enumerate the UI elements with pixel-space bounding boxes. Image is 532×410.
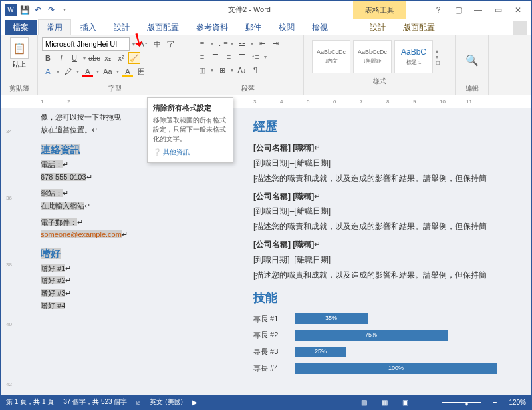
help-icon[interactable]: ? (429, 3, 448, 17)
phone-value: 678-555-0103 (41, 173, 86, 181)
char-shading-icon[interactable]: A (122, 65, 134, 77)
ribbon-collapse-icon[interactable]: ▢ (449, 3, 467, 17)
styles-gallery[interactable]: AaBbCcDc↓內文 AaBbCcDc↓無間距 AaBbC標題 1 ▴▾⊟ (308, 37, 451, 76)
style-normal[interactable]: AaBbCcDc↓內文 (312, 40, 350, 73)
char-border-icon[interactable]: 囲 (135, 65, 147, 77)
minimize-icon[interactable]: — (469, 3, 487, 17)
highlight-icon[interactable]: 🖍 (62, 65, 74, 77)
qat-dropdown-icon[interactable]: ▾ (59, 5, 70, 15)
paste-button[interactable]: 貼上 (13, 60, 26, 69)
decrease-indent-icon[interactable]: ⇤ (256, 37, 268, 49)
contact-heading: 連絡資訊 (41, 144, 80, 155)
paste-icon[interactable]: 📋 (10, 37, 29, 59)
email-label: 電子郵件： (41, 218, 77, 226)
tab-review[interactable]: 校閱 (271, 20, 303, 35)
justify-icon[interactable]: ☰ (236, 51, 248, 63)
tooltip-more-link[interactable]: ❔ 其他資訊 (153, 148, 227, 157)
quick-access-toolbar: W 💾 ↶ ↷ ▾ (1, 4, 70, 16)
tab-home[interactable]: 常用 (38, 19, 71, 35)
maximize-icon[interactable]: ▭ (489, 3, 507, 17)
document-area[interactable]: 34 36 38 40 42 像，您可以按一下並拖曳 放在適當位置。↵ 連絡資訊… (1, 108, 531, 395)
status-words[interactable]: 37 個字，共 523 個字 (63, 397, 127, 407)
tab-file[interactable]: 檔案 (5, 20, 37, 35)
line-spacing-icon[interactable]: ↕≡ (249, 51, 261, 63)
strike-button[interactable]: abc (88, 52, 100, 64)
group-editing: 編輯 (460, 83, 484, 93)
view-print-icon[interactable]: ▦ (379, 399, 390, 406)
group-styles: 樣式 (308, 76, 451, 86)
tooltip-body: 移除選取範圍的所有格式設定，只留下一般未格式化的文字。 (153, 116, 227, 144)
bullets-icon[interactable]: ≡ (196, 37, 208, 49)
skill-row-1: 專長 #135% (253, 312, 526, 326)
font-name-box[interactable]: Microsoft JhengHei UI (42, 37, 130, 51)
phone-label: 電話： (41, 160, 63, 168)
hobby-3: 嗜好 #3 (41, 289, 65, 297)
italic-button[interactable]: I (55, 52, 67, 64)
hobby-2: 嗜好 #2 (41, 276, 65, 284)
find-icon[interactable]: 🔍 (466, 55, 479, 67)
avatar[interactable] (513, 21, 527, 35)
align-right-icon[interactable]: ≡ (223, 51, 235, 63)
status-language[interactable]: 英文 (美國) (150, 397, 182, 407)
undo-icon[interactable]: ↶ (33, 5, 43, 15)
tab-table-design[interactable]: 設計 (362, 20, 394, 35)
zoom-level[interactable]: 120% (509, 399, 526, 406)
style-heading1[interactable]: AaBbC標題 1 (394, 40, 433, 73)
website-label: 網站： (41, 189, 63, 197)
tab-references[interactable]: 參考資料 (188, 20, 236, 35)
tab-view[interactable]: 檢視 (304, 20, 336, 35)
intro-text: 像，您可以按一下並拖曳 (41, 111, 157, 124)
close-icon[interactable]: ✕ (509, 3, 527, 17)
title-bar: W 💾 ↶ ↷ ▾ 文件2 - Word ? ▢ — ▭ ✕ 表格工具 (1, 1, 531, 19)
subscript-button[interactable]: x₂ (102, 52, 114, 64)
align-left-icon[interactable]: ≡ (196, 51, 208, 63)
sort-icon[interactable]: A↓ (236, 64, 248, 76)
enclose-icon[interactable]: 字 (164, 38, 176, 50)
show-marks-icon[interactable]: ¶ (249, 64, 261, 76)
increase-indent-icon[interactable]: ⇥ (269, 37, 281, 49)
view-read-icon[interactable]: ▤ (358, 399, 370, 406)
ribbon: 📋 貼上 剪貼簿 Microsoft JhengHei UI ▾ A↑ 中 字 … (1, 35, 531, 95)
status-proofing-icon[interactable]: ⎚ (136, 399, 140, 406)
website-placeholder: 在此輸入網站 (41, 202, 84, 210)
group-paragraph: 段落 (196, 83, 299, 93)
hobby-4: 嗜好 #4 (41, 302, 65, 309)
numbering-icon[interactable]: ⋮≡ (216, 37, 228, 49)
tab-table-layout[interactable]: 版面配置 (395, 20, 443, 35)
clear-format-button[interactable]: 🧹 (128, 52, 140, 64)
text-effects-icon[interactable]: A (42, 65, 54, 77)
email-value: someone@example.com (41, 230, 122, 238)
tab-insert[interactable]: 插入 (72, 20, 104, 35)
tooltip-clear-formatting: 清除所有格式設定 移除選取範圍的所有格式設定，只留下一般未格式化的文字。 ❔ 其… (147, 97, 233, 163)
company-line: [公司名稱] [職稱]↵ (253, 140, 526, 156)
save-icon[interactable]: 💾 (19, 5, 30, 15)
styles-more-icon[interactable]: ▴▾⊟ (436, 40, 444, 73)
shading-icon[interactable]: ◫ (196, 64, 208, 76)
context-tab-label: 表格工具 (353, 1, 406, 19)
font-color-icon[interactable]: A (82, 65, 94, 77)
multilevel-icon[interactable]: ☲ (236, 37, 248, 49)
status-bar: 第 1 頁，共 1 頁 37 個字，共 523 個字 ⎚ 英文 (美國) ▶ ▤… (1, 395, 531, 409)
status-macro-icon[interactable]: ▶ (192, 399, 198, 406)
hobby-1: 嗜好 #1 (41, 264, 65, 272)
redo-icon[interactable]: ↷ (46, 5, 57, 15)
underline-button[interactable]: U (68, 52, 80, 64)
tab-mail[interactable]: 郵件 (237, 20, 269, 35)
change-case-icon[interactable]: Aa (102, 65, 114, 77)
phonetic-icon[interactable]: 中 (151, 38, 163, 50)
status-page[interactable]: 第 1 頁，共 1 頁 (6, 397, 54, 407)
resume-left-column: 像，您可以按一下並拖曳 放在適當位置。↵ 連絡資訊 電話：↵ 678-555-0… (41, 111, 157, 311)
superscript-button[interactable]: x² (115, 52, 127, 64)
bold-button[interactable]: B (42, 52, 54, 64)
borders-icon[interactable]: ⊞ (216, 64, 228, 76)
ruler[interactable]: 1234567891011 (1, 95, 531, 108)
zoom-out-icon[interactable]: — (420, 399, 432, 406)
experience-heading: 經歷 (253, 115, 526, 138)
align-center-icon[interactable]: ☰ (209, 51, 221, 63)
style-nospace[interactable]: AaBbCcDc↓無間距 (353, 40, 392, 73)
skill-row-3: 專長 #325% (253, 345, 526, 359)
dates-line: [到職日期]–[離職日期] (253, 156, 526, 171)
view-web-icon[interactable]: ▣ (400, 399, 411, 406)
zoom-in-icon[interactable]: + (491, 399, 500, 406)
tooltip-title: 清除所有格式設定 (153, 103, 227, 113)
